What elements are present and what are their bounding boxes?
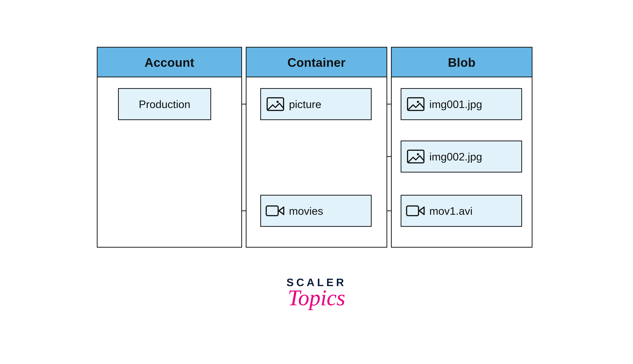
- node-production: Production: [118, 88, 211, 120]
- svg-marker-3: [279, 207, 284, 214]
- image-icon: [405, 149, 426, 164]
- column-header-container: Container: [247, 48, 386, 77]
- column-header-account: Account: [98, 48, 241, 77]
- svg-point-1: [277, 101, 279, 103]
- image-icon: [405, 97, 426, 112]
- node-mov1: mov1.avi: [401, 195, 522, 227]
- video-icon: [405, 204, 426, 218]
- svg-rect-2: [266, 206, 278, 216]
- node-picture: picture: [260, 88, 372, 120]
- logo-line2: Topics: [287, 287, 346, 309]
- node-img002-label: img002.jpg: [429, 150, 482, 163]
- node-img001-label: img001.jpg: [429, 98, 482, 110]
- svg-marker-9: [419, 207, 424, 214]
- node-mov1-label: mov1.avi: [429, 205, 473, 217]
- svg-point-7: [417, 153, 419, 156]
- node-movies-label: movies: [289, 205, 323, 217]
- svg-rect-8: [407, 206, 418, 216]
- column-header-blob: Blob: [392, 48, 532, 77]
- diagram-stage: Account Container Blob Production pictur…: [0, 0, 633, 364]
- node-img001: img001.jpg: [401, 88, 522, 120]
- scaler-topics-logo: SCALER Topics: [287, 277, 346, 309]
- video-icon: [265, 204, 286, 218]
- image-icon: [265, 97, 286, 112]
- svg-point-5: [417, 101, 419, 103]
- node-picture-label: picture: [289, 98, 321, 110]
- node-img002: img002.jpg: [401, 140, 522, 172]
- node-production-label: Production: [139, 98, 190, 110]
- node-movies: movies: [260, 195, 372, 227]
- column-account: Account: [97, 47, 242, 248]
